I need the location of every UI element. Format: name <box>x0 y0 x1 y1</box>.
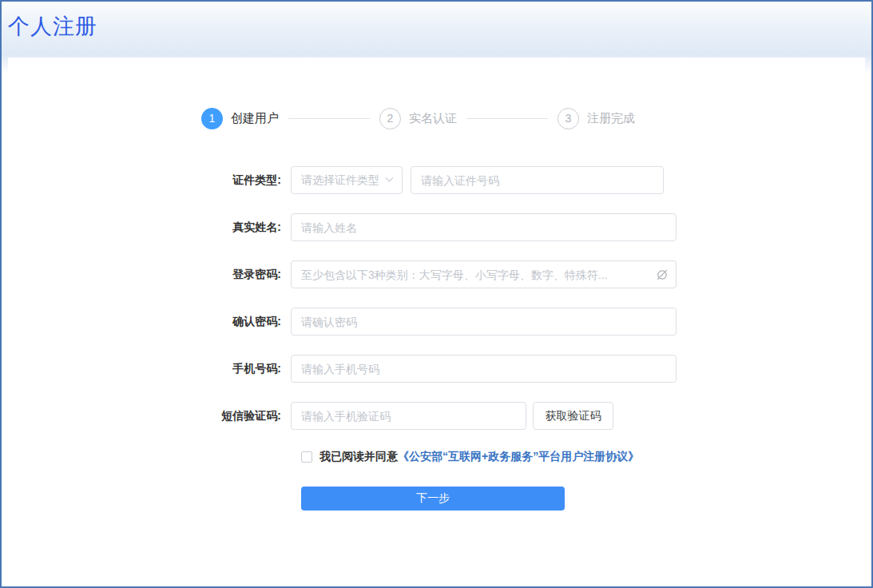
stepper: 1 创建用户 2 实名认证 3 注册完成 <box>201 107 865 129</box>
step-2-badge: 2 <box>379 108 401 129</box>
confirm-password-label: 确认密码: <box>208 315 281 329</box>
form-card: 1 创建用户 2 实名认证 3 注册完成 证件类型: 请选择证件类型 <box>8 58 865 581</box>
step-register-complete: 3 注册完成 <box>558 108 645 129</box>
form-row-mobile: 手机号码: <box>8 355 865 383</box>
step-connector-line <box>288 118 370 119</box>
agreement-row: 我已阅读并同意 《公安部“互联网+政务服务”平台用户注册协议》 <box>301 449 865 465</box>
form-row-sms-code: 短信验证码: 获取验证码 <box>8 402 865 430</box>
cert-type-select[interactable]: 请选择证件类型 <box>291 166 403 194</box>
registration-form: 证件类型: 请选择证件类型 真实姓名: 登录密码: <box>8 166 865 430</box>
password-input[interactable] <box>291 260 677 288</box>
password-label: 登录密码: <box>208 268 281 282</box>
form-row-password: 登录密码: <box>8 260 865 288</box>
get-sms-code-button[interactable]: 获取验证码 <box>533 402 613 430</box>
chevron-down-icon <box>386 174 394 182</box>
cert-type-label: 证件类型: <box>208 173 281 188</box>
form-row-real-name: 真实姓名: <box>8 213 865 241</box>
sms-code-input[interactable] <box>291 402 526 430</box>
step-1-badge: 1 <box>201 108 223 129</box>
step-create-user: 1 创建用户 <box>201 108 288 129</box>
page-title: 个人注册 <box>2 2 871 41</box>
cert-number-input[interactable] <box>411 166 664 194</box>
mobile-input[interactable] <box>291 355 677 383</box>
step-2-label: 实名认证 <box>409 111 457 126</box>
password-input-wrap <box>291 260 677 288</box>
step-3-badge: 3 <box>558 108 579 129</box>
step-connector-line <box>466 118 548 119</box>
sms-code-label: 短信验证码: <box>208 409 281 423</box>
step-1-label: 创建用户 <box>231 111 279 126</box>
agreement-link[interactable]: 《公安部“互联网+政务服务”平台用户注册协议》 <box>398 450 639 464</box>
real-name-label: 真实姓名: <box>208 220 281 235</box>
eye-off-icon[interactable] <box>655 268 669 282</box>
form-row-confirm-password: 确认密码: <box>8 308 865 336</box>
agreement-checkbox[interactable] <box>301 451 312 463</box>
cert-type-select-placeholder: 请选择证件类型 <box>301 173 387 188</box>
registration-page: 个人注册 1 创建用户 2 实名认证 3 注册完成 证件类型: <box>0 0 873 588</box>
mobile-label: 手机号码: <box>208 362 281 376</box>
form-row-cert-type: 证件类型: 请选择证件类型 <box>8 166 865 194</box>
step-3-label: 注册完成 <box>587 111 635 126</box>
real-name-input[interactable] <box>291 213 677 241</box>
page-header: 个人注册 <box>2 2 871 41</box>
step-realname-auth: 2 实名认证 <box>379 108 466 129</box>
agreement-text: 我已阅读并同意 <box>319 450 398 464</box>
next-step-button[interactable]: 下一步 <box>301 487 565 511</box>
confirm-password-input[interactable] <box>291 308 677 336</box>
